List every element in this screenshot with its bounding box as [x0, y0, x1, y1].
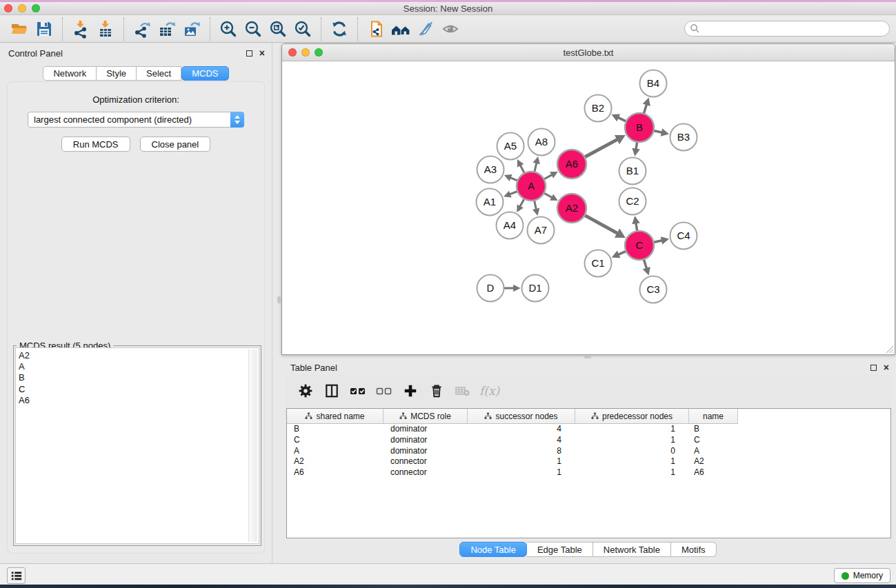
select-all-button[interactable]: [347, 380, 369, 402]
criterion-dropdown[interactable]: largest connected component (directed): [28, 112, 244, 128]
table-cell[interactable]: B: [689, 424, 738, 435]
import-table-button[interactable]: [93, 17, 118, 41]
edge-A6-B[interactable]: [584, 139, 619, 157]
table-cell[interactable]: 1: [468, 456, 575, 467]
tab-select[interactable]: Select: [137, 66, 181, 81]
table-row[interactable]: A2connector11A2: [287, 456, 890, 467]
table-cell[interactable]: 4: [468, 435, 575, 446]
minimize-window-button[interactable]: [18, 4, 26, 12]
table-options-button[interactable]: [295, 380, 317, 402]
column-header-mcds-role[interactable]: MCDS role: [384, 409, 468, 424]
zoom-network-window-button[interactable]: [315, 48, 323, 57]
table-cell[interactable]: 1: [468, 467, 575, 478]
table-tab-node-table[interactable]: Node Table: [459, 542, 527, 557]
table-row[interactable]: Cdominator41C: [287, 435, 890, 446]
tab-network[interactable]: Network: [43, 66, 97, 81]
open-session-button[interactable]: [7, 17, 32, 41]
mcds-result-item[interactable]: B: [19, 372, 259, 383]
memory-button[interactable]: Memory: [834, 568, 890, 583]
table-cell[interactable]: dominator: [384, 446, 468, 457]
table-cell[interactable]: dominator: [384, 424, 468, 435]
hide-annotations-button[interactable]: [413, 17, 438, 41]
close-table-panel-icon[interactable]: ×: [884, 365, 889, 371]
resize-grip-icon[interactable]: [886, 345, 894, 354]
table-row[interactable]: Adominator80A: [287, 446, 890, 457]
network-graph-svg[interactable]: AA1A2A3A4A5A6A7A8BB1B2B3B4CC1C2C3C4DD1: [282, 62, 895, 355]
home-layout-button[interactable]: [388, 17, 413, 41]
table-cell[interactable]: A2: [287, 456, 384, 467]
table-cell[interactable]: C: [287, 435, 384, 446]
zoom-out-button[interactable]: [241, 17, 266, 41]
float-table-panel-icon[interactable]: [870, 365, 877, 371]
zoom-in-button[interactable]: [216, 17, 241, 41]
column-header-name[interactable]: name: [689, 409, 738, 424]
table-cell[interactable]: connector: [384, 467, 468, 478]
close-network-window-button[interactable]: [288, 48, 297, 57]
zoom-fit-button[interactable]: [266, 17, 290, 41]
close-window-button[interactable]: [4, 4, 12, 12]
close-panel-icon[interactable]: ×: [259, 50, 265, 57]
mcds-result-list[interactable]: A2ABCA6: [15, 347, 259, 544]
refresh-view-button[interactable]: [327, 17, 352, 41]
show-columns-button[interactable]: [321, 380, 343, 402]
clone-network-button[interactable]: [364, 17, 388, 41]
delete-column-button[interactable]: [426, 380, 448, 402]
show-graphics-button[interactable]: [438, 17, 463, 41]
toolbar-search[interactable]: [684, 21, 890, 37]
column-header-predecessor-nodes[interactable]: predecessor nodes: [575, 409, 689, 424]
table-cell[interactable]: A: [689, 446, 738, 457]
table-cell[interactable]: 8: [468, 446, 575, 457]
table-row[interactable]: Bdominator41B: [287, 424, 890, 435]
network-view-window[interactable]: testGlobe.txt AA1A2A3A4A5A6A7A8BB1B2B3B4…: [281, 43, 895, 355]
close-panel-button[interactable]: Close panel: [140, 136, 211, 152]
export-network-button[interactable]: [130, 17, 155, 41]
tab-mcds[interactable]: MCDS: [181, 66, 228, 81]
import-network-button[interactable]: [68, 17, 93, 41]
network-window-titlebar[interactable]: testGlobe.txt: [282, 44, 895, 61]
table-tab-network-table[interactable]: Network Table: [593, 542, 671, 557]
mcds-result-item[interactable]: C: [19, 384, 259, 395]
table-cell[interactable]: A6: [689, 467, 738, 478]
save-session-button[interactable]: [32, 17, 57, 41]
result-scrollbar[interactable]: [248, 349, 257, 542]
table-tab-edge-table[interactable]: Edge Table: [527, 542, 593, 557]
column-header-shared-name[interactable]: shared name: [287, 409, 384, 424]
table-cell[interactable]: 1: [575, 456, 689, 467]
table-cell[interactable]: 1: [575, 467, 689, 478]
table-cell[interactable]: A: [287, 446, 384, 457]
graph-node-label: D: [487, 282, 495, 294]
float-panel-icon[interactable]: [246, 50, 252, 57]
mcds-result-item[interactable]: A: [19, 361, 259, 372]
table-cell[interactable]: connector: [384, 456, 468, 467]
add-column-button[interactable]: [399, 380, 421, 402]
table-cell[interactable]: dominator: [384, 435, 468, 446]
table-cell[interactable]: 4: [468, 424, 575, 435]
search-input[interactable]: [700, 21, 889, 36]
zoom-selected-button[interactable]: [290, 17, 315, 41]
table-cell[interactable]: B: [287, 424, 384, 435]
tab-style[interactable]: Style: [97, 66, 137, 81]
zoom-window-button[interactable]: [32, 4, 40, 12]
table-cell[interactable]: 1: [575, 435, 689, 446]
export-table-button[interactable]: [155, 17, 179, 41]
table-cell[interactable]: 0: [575, 446, 689, 457]
network-canvas[interactable]: AA1A2A3A4A5A6A7A8BB1B2B3B4CC1C2C3C4DD1: [282, 62, 895, 355]
graph-node-label: B1: [626, 165, 639, 176]
deselect-all-button[interactable]: [373, 380, 395, 402]
table-cell[interactable]: C: [689, 435, 738, 446]
minimize-network-window-button[interactable]: [301, 48, 310, 57]
table-cell[interactable]: 1: [575, 424, 689, 435]
table-cell[interactable]: A2: [689, 456, 738, 467]
column-header-successor-nodes[interactable]: successor nodes: [468, 409, 575, 424]
task-history-button[interactable]: [7, 567, 26, 584]
table-tab-motifs[interactable]: Motifs: [671, 542, 717, 557]
table-row[interactable]: A6connector11A6: [287, 467, 890, 478]
edge-A2-C[interactable]: [584, 215, 619, 234]
table-cell[interactable]: A6: [287, 467, 384, 478]
mcds-result-item[interactable]: A6: [19, 395, 259, 406]
app-titlebar[interactable]: Session: New Session: [0, 2, 896, 15]
node-table[interactable]: shared nameMCDS rolesuccessor nodesprede…: [286, 408, 891, 538]
mcds-result-item[interactable]: A2: [19, 350, 259, 361]
run-mcds-button[interactable]: Run MCDS: [61, 136, 130, 152]
export-image-button[interactable]: [179, 17, 204, 41]
